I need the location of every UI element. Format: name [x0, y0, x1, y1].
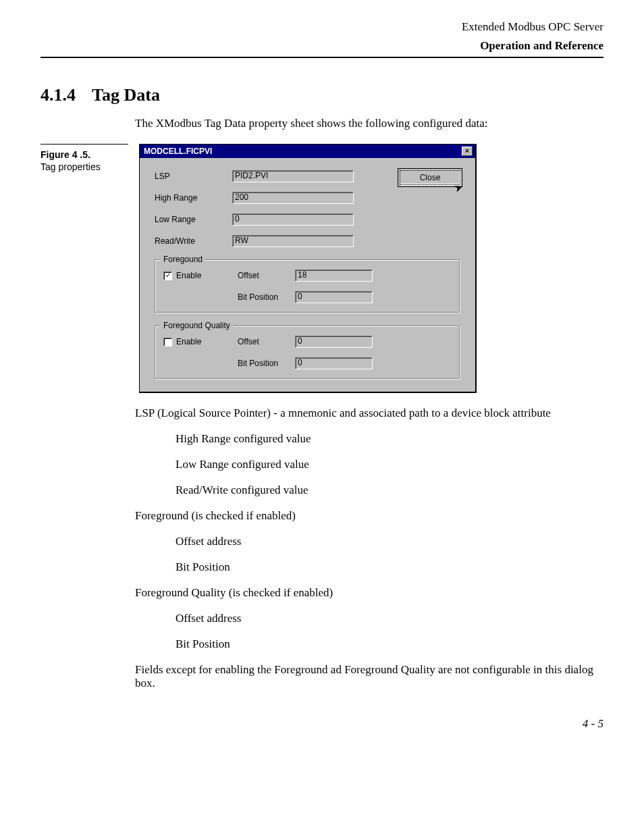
lsp-field: PID2.PVI [232, 170, 354, 182]
foreground-quality-group: Foregound Quality Enable Offset 0 Bit Po… [155, 325, 460, 380]
low-range-label: Low Range [155, 215, 232, 224]
lsp-label: LSP [155, 172, 232, 181]
page-number: 4 - 5 [41, 717, 603, 731]
fg-bitpos-explanation: Bit Position [176, 561, 603, 574]
foreground-enable-label: Enable [176, 271, 201, 280]
figure-caption-block: Figure 4 .5. Tag properties [41, 144, 128, 173]
section-heading: 4.1.4 Tag Data [41, 85, 603, 105]
figure-number: Figure 4 .5. [41, 149, 128, 161]
foreground-explanation-heading: Foreground (is checked if enabled) [135, 509, 603, 523]
foreground-offset-label: Offset [238, 271, 295, 280]
header-section: Operation and Reference [41, 39, 603, 58]
section-title: Tag Data [92, 85, 160, 105]
figure-caption: Tag properties [41, 161, 128, 173]
foreground-legend: Foregound [161, 255, 205, 264]
high-range-field: 200 [232, 192, 354, 204]
close-button[interactable]: Close [400, 170, 460, 185]
high-range-label: High Range [155, 193, 232, 203]
low-range-explanation: Low Range configured value [176, 458, 603, 471]
lsp-explanation: LSP (Logical Source Pointer) - a mnemoni… [135, 407, 603, 420]
foreground-enable-checkbox[interactable]: ✓ [163, 271, 172, 280]
foreground-quality-offset-field: 0 [295, 336, 373, 348]
fg-offset-explanation: Offset address [176, 535, 603, 548]
read-write-explanation: Read/Write configured value [176, 484, 603, 497]
dialog-titlebar[interactable]: MODCELL.FICPVI × [140, 145, 475, 158]
foreground-quality-explanation-heading: Foreground Quality (is checked if enable… [135, 586, 603, 600]
foreground-bitpos-label: Bit Position [238, 292, 295, 302]
foreground-quality-bitpos-field: 0 [295, 357, 373, 369]
dialog-title: MODCELL.FICPVI [144, 147, 212, 156]
read-write-label: Read/Write [155, 236, 232, 246]
foreground-quality-offset-label: Offset [238, 337, 295, 346]
high-range-explanation: High Range configured value [176, 432, 603, 446]
tag-properties-dialog: MODCELL.FICPVI × Close ➤ LSP PID2.PVI Hi… [139, 144, 477, 393]
read-write-field: RW [232, 235, 354, 247]
foreground-quality-enable-label: Enable [176, 337, 201, 346]
header-product: Extended Modbus OPC Server [41, 20, 603, 34]
close-icon[interactable]: × [462, 147, 473, 156]
foreground-quality-bitpos-label: Bit Position [238, 359, 295, 368]
foreground-quality-enable-checkbox[interactable] [163, 338, 172, 346]
explanation-text: LSP (Logical Source Pointer) - a mnemoni… [135, 407, 603, 690]
foreground-offset-field: 18 [295, 269, 373, 282]
footnote: Fields except for enabling the Foregroun… [135, 663, 603, 690]
fgq-bitpos-explanation: Bit Position [176, 637, 603, 651]
section-number: 4.1.4 [41, 85, 88, 105]
foreground-bitpos-field: 0 [295, 291, 373, 303]
foreground-group: Foregound ✓ Enable Offset 18 Bit Positio… [155, 259, 460, 313]
foreground-quality-legend: Foregound Quality [161, 321, 233, 330]
fgq-offset-explanation: Offset address [176, 612, 603, 625]
low-range-field: 0 [232, 213, 354, 226]
intro-paragraph: The XModbus Tag Data property sheet show… [135, 117, 603, 130]
